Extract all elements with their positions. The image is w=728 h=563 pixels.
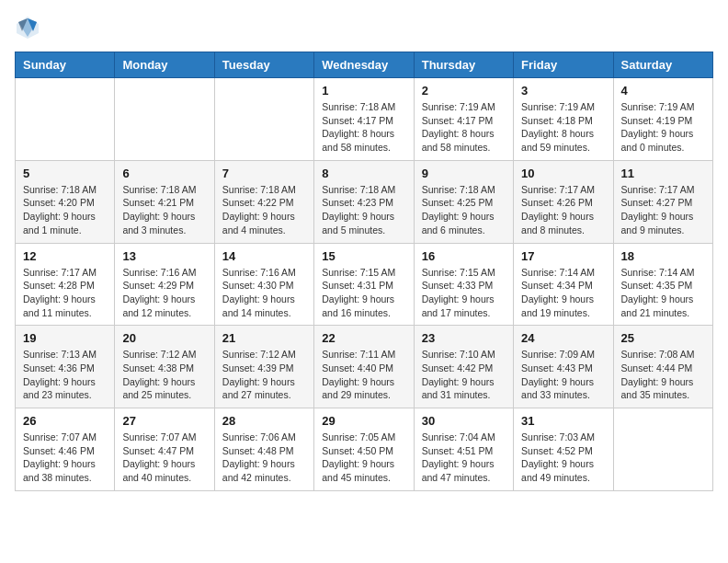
weekday-header-saturday: Saturday	[613, 52, 712, 78]
day-number: 3	[521, 84, 605, 98]
day-number: 7	[222, 167, 306, 180]
calendar-cell: 8Sunrise: 7:18 AM Sunset: 4:23 PM Daylig…	[314, 160, 414, 243]
day-info: Sunrise: 7:04 AM Sunset: 4:51 PM Dayligh…	[422, 431, 506, 485]
day-info: Sunrise: 7:08 AM Sunset: 4:44 PM Dayligh…	[621, 348, 705, 402]
calendar-cell: 2Sunrise: 7:19 AM Sunset: 4:17 PM Daylig…	[414, 78, 513, 161]
calendar-cell: 5Sunrise: 7:18 AM Sunset: 4:20 PM Daylig…	[16, 160, 115, 243]
day-number: 16	[422, 249, 506, 263]
day-info: Sunrise: 7:18 AM Sunset: 4:23 PM Dayligh…	[322, 183, 405, 237]
day-number: 6	[122, 167, 206, 180]
day-number: 17	[521, 249, 605, 263]
calendar-cell: 17Sunrise: 7:14 AM Sunset: 4:34 PM Dayli…	[514, 243, 613, 326]
day-info: Sunrise: 7:09 AM Sunset: 4:43 PM Dayligh…	[521, 348, 605, 402]
logo	[15, 15, 44, 40]
day-info: Sunrise: 7:16 AM Sunset: 4:30 PM Dayligh…	[222, 266, 306, 320]
calendar-cell: 25Sunrise: 7:08 AM Sunset: 4:44 PM Dayli…	[613, 326, 712, 408]
day-number: 15	[322, 249, 405, 263]
calendar-header-row: SundayMondayTuesdayWednesdayThursdayFrid…	[16, 52, 713, 78]
weekday-header-wednesday: Wednesday	[314, 52, 414, 78]
calendar-cell: 6Sunrise: 7:18 AM Sunset: 4:21 PM Daylig…	[115, 160, 214, 243]
day-info: Sunrise: 7:14 AM Sunset: 4:34 PM Dayligh…	[521, 266, 605, 320]
calendar-cell: 15Sunrise: 7:15 AM Sunset: 4:31 PM Dayli…	[314, 243, 414, 326]
day-info: Sunrise: 7:18 AM Sunset: 4:25 PM Dayligh…	[422, 183, 506, 237]
day-info: Sunrise: 7:12 AM Sunset: 4:38 PM Dayligh…	[122, 348, 206, 402]
day-number: 14	[222, 249, 306, 263]
day-number: 23	[422, 331, 506, 345]
calendar-cell: 3Sunrise: 7:19 AM Sunset: 4:18 PM Daylig…	[514, 78, 613, 161]
calendar-cell: 29Sunrise: 7:05 AM Sunset: 4:50 PM Dayli…	[314, 408, 414, 491]
calendar-cell: 22Sunrise: 7:11 AM Sunset: 4:40 PM Dayli…	[314, 326, 414, 408]
day-info: Sunrise: 7:07 AM Sunset: 4:47 PM Dayligh…	[122, 431, 206, 485]
day-info: Sunrise: 7:17 AM Sunset: 4:27 PM Dayligh…	[621, 183, 705, 237]
calendar-cell: 23Sunrise: 7:10 AM Sunset: 4:42 PM Dayli…	[414, 326, 513, 408]
calendar-cell: 7Sunrise: 7:18 AM Sunset: 4:22 PM Daylig…	[214, 160, 313, 243]
day-number: 13	[122, 249, 206, 263]
calendar-cell: 28Sunrise: 7:06 AM Sunset: 4:48 PM Dayli…	[214, 408, 313, 491]
day-number: 5	[23, 167, 107, 180]
calendar-week-row: 5Sunrise: 7:18 AM Sunset: 4:20 PM Daylig…	[16, 160, 713, 243]
calendar-cell: 13Sunrise: 7:16 AM Sunset: 4:29 PM Dayli…	[115, 243, 214, 326]
calendar-week-row: 26Sunrise: 7:07 AM Sunset: 4:46 PM Dayli…	[16, 408, 713, 491]
day-number: 19	[23, 331, 107, 345]
day-number: 10	[521, 167, 605, 180]
day-number: 20	[122, 331, 206, 345]
day-info: Sunrise: 7:19 AM Sunset: 4:19 PM Dayligh…	[621, 100, 705, 155]
calendar-cell: 20Sunrise: 7:12 AM Sunset: 4:38 PM Dayli…	[115, 326, 214, 408]
day-number: 31	[521, 414, 605, 428]
calendar-week-row: 1Sunrise: 7:18 AM Sunset: 4:17 PM Daylig…	[16, 78, 713, 161]
weekday-header-thursday: Thursday	[414, 52, 513, 78]
day-info: Sunrise: 7:06 AM Sunset: 4:48 PM Dayligh…	[222, 431, 306, 485]
day-number: 27	[122, 414, 206, 428]
calendar-cell: 9Sunrise: 7:18 AM Sunset: 4:25 PM Daylig…	[414, 160, 513, 243]
weekday-header-monday: Monday	[115, 52, 214, 78]
day-info: Sunrise: 7:18 AM Sunset: 4:17 PM Dayligh…	[322, 100, 405, 155]
day-number: 9	[422, 167, 506, 180]
day-number: 30	[422, 414, 506, 428]
day-info: Sunrise: 7:07 AM Sunset: 4:46 PM Dayligh…	[23, 431, 107, 485]
calendar-cell: 30Sunrise: 7:04 AM Sunset: 4:51 PM Dayli…	[414, 408, 513, 491]
day-number: 21	[222, 331, 306, 345]
day-info: Sunrise: 7:11 AM Sunset: 4:40 PM Dayligh…	[322, 348, 405, 402]
day-number: 4	[621, 84, 705, 98]
day-number: 18	[621, 249, 705, 263]
day-number: 8	[322, 167, 405, 180]
weekday-header-tuesday: Tuesday	[214, 52, 313, 78]
calendar-cell: 19Sunrise: 7:13 AM Sunset: 4:36 PM Dayli…	[16, 326, 115, 408]
weekday-header-friday: Friday	[514, 52, 613, 78]
calendar-cell	[214, 78, 313, 161]
day-info: Sunrise: 7:14 AM Sunset: 4:35 PM Dayligh…	[621, 266, 705, 320]
day-info: Sunrise: 7:13 AM Sunset: 4:36 PM Dayligh…	[23, 348, 107, 402]
weekday-header-sunday: Sunday	[16, 52, 115, 78]
day-info: Sunrise: 7:18 AM Sunset: 4:20 PM Dayligh…	[23, 183, 107, 237]
calendar-cell: 18Sunrise: 7:14 AM Sunset: 4:35 PM Dayli…	[613, 243, 712, 326]
day-info: Sunrise: 7:15 AM Sunset: 4:33 PM Dayligh…	[422, 266, 506, 320]
day-number: 22	[322, 331, 405, 345]
day-info: Sunrise: 7:19 AM Sunset: 4:18 PM Dayligh…	[521, 100, 605, 155]
page-header	[15, 15, 713, 40]
calendar-cell: 12Sunrise: 7:17 AM Sunset: 4:28 PM Dayli…	[16, 243, 115, 326]
day-info: Sunrise: 7:17 AM Sunset: 4:26 PM Dayligh…	[521, 183, 605, 237]
calendar-cell: 26Sunrise: 7:07 AM Sunset: 4:46 PM Dayli…	[16, 408, 115, 491]
day-info: Sunrise: 7:15 AM Sunset: 4:31 PM Dayligh…	[322, 266, 405, 320]
day-number: 11	[621, 167, 705, 180]
calendar-cell: 10Sunrise: 7:17 AM Sunset: 4:26 PM Dayli…	[514, 160, 613, 243]
day-number: 28	[222, 414, 306, 428]
calendar-cell: 21Sunrise: 7:12 AM Sunset: 4:39 PM Dayli…	[214, 326, 313, 408]
day-info: Sunrise: 7:10 AM Sunset: 4:42 PM Dayligh…	[422, 348, 506, 402]
logo-icon	[15, 15, 40, 40]
day-info: Sunrise: 7:19 AM Sunset: 4:17 PM Dayligh…	[422, 100, 506, 155]
calendar-cell	[115, 78, 214, 161]
day-info: Sunrise: 7:16 AM Sunset: 4:29 PM Dayligh…	[122, 266, 206, 320]
day-number: 25	[621, 331, 705, 345]
calendar-cell: 1Sunrise: 7:18 AM Sunset: 4:17 PM Daylig…	[314, 78, 414, 161]
calendar-cell: 11Sunrise: 7:17 AM Sunset: 4:27 PM Dayli…	[613, 160, 712, 243]
calendar-cell	[613, 408, 712, 491]
day-info: Sunrise: 7:17 AM Sunset: 4:28 PM Dayligh…	[23, 266, 107, 320]
day-info: Sunrise: 7:12 AM Sunset: 4:39 PM Dayligh…	[222, 348, 306, 402]
calendar-cell: 24Sunrise: 7:09 AM Sunset: 4:43 PM Dayli…	[514, 326, 613, 408]
day-info: Sunrise: 7:05 AM Sunset: 4:50 PM Dayligh…	[322, 431, 405, 485]
day-info: Sunrise: 7:18 AM Sunset: 4:22 PM Dayligh…	[222, 183, 306, 237]
day-number: 2	[422, 84, 506, 98]
day-number: 1	[322, 84, 405, 98]
calendar-cell: 31Sunrise: 7:03 AM Sunset: 4:52 PM Dayli…	[514, 408, 613, 491]
